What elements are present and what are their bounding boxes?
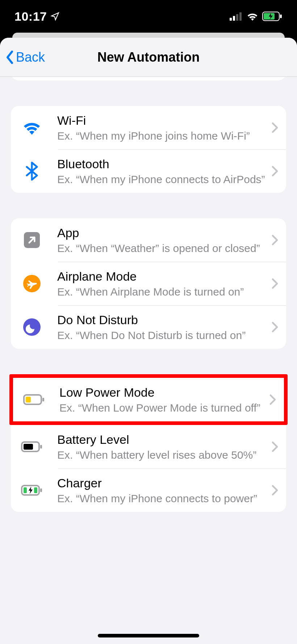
row-title: Bluetooth <box>57 157 267 171</box>
airplane-icon <box>21 273 43 294</box>
svg-rect-1 <box>233 16 235 21</box>
wifi-status-icon <box>246 12 259 21</box>
row-title: Charger <box>57 476 267 490</box>
row-text: Low Power Mode Ex. “When Low Power Mode … <box>59 385 264 414</box>
row-sub: Ex. “When battery level rises above 50%” <box>57 449 267 461</box>
row-text: Airplane Mode Ex. “When Airplane Mode is… <box>57 269 267 298</box>
row-title: Wi-Fi <box>57 113 267 128</box>
row-sub: Ex. “When “Weather” is opened or closed” <box>57 242 267 255</box>
cellular-icon <box>230 12 243 21</box>
svg-point-9 <box>23 318 41 336</box>
chevron-right-icon <box>272 278 278 289</box>
svg-rect-2 <box>236 14 238 21</box>
charger-icon <box>21 479 43 501</box>
row-low-power-mode[interactable]: Low Power Mode Ex. “When Low Power Mode … <box>13 378 284 421</box>
row-airplane[interactable]: Airplane Mode Ex. “When Airplane Mode is… <box>11 262 286 305</box>
wifi-icon <box>21 117 43 139</box>
row-text: Wi-Fi Ex. “When my iPhone joins home Wi-… <box>57 113 267 142</box>
chevron-right-icon <box>269 394 276 405</box>
chevron-left-icon <box>6 50 14 65</box>
status-time: 10:17 <box>14 9 47 24</box>
battery-level-icon <box>21 436 43 458</box>
trigger-group: Low Power Mode Ex. “When Low Power Mode … <box>13 378 284 421</box>
svg-rect-17 <box>24 487 27 493</box>
chevron-right-icon <box>272 166 278 177</box>
battery-icon <box>262 12 283 21</box>
svg-rect-19 <box>40 488 42 492</box>
modal-sheet: Back New Automation Message Ex. “When I … <box>0 38 297 644</box>
row-message[interactable]: Message Ex. “When I get a message from M… <box>11 77 286 80</box>
row-text: App Ex. “When “Weather” is opened or clo… <box>57 226 267 255</box>
svg-rect-0 <box>230 18 232 21</box>
home-indicator[interactable] <box>98 634 199 637</box>
row-text: Charger Ex. “When my iPhone connects to … <box>57 476 267 505</box>
row-charger[interactable]: Charger Ex. “When my iPhone connects to … <box>11 468 286 512</box>
row-dnd[interactable]: Do Not Disturb Ex. “When Do Not Disturb … <box>11 305 286 349</box>
trigger-group: Message Ex. “When I get a message from M… <box>11 77 286 80</box>
trigger-group: Battery Level Ex. “When battery level ri… <box>11 425 286 512</box>
back-button[interactable]: Back <box>6 50 45 65</box>
bluetooth-icon <box>21 160 43 182</box>
app-icon <box>21 229 43 251</box>
trigger-group: App Ex. “When “Weather” is opened or clo… <box>11 218 286 349</box>
row-text: Battery Level Ex. “When battery level ri… <box>57 433 267 461</box>
row-sub: Ex. “When my iPhone connects to AirPods” <box>57 173 267 186</box>
sheet-backdrop <box>12 33 285 38</box>
row-sub: Ex. “When Low Power Mode is turned off” <box>59 402 264 414</box>
row-app[interactable]: App Ex. “When “Weather” is opened or clo… <box>11 218 286 262</box>
low-power-icon <box>23 389 45 410</box>
row-title: Do Not Disturb <box>57 313 267 327</box>
row-text: Bluetooth Ex. “When my iPhone connects t… <box>57 157 267 186</box>
row-sub: Ex. “When my iPhone connects to power” <box>57 492 267 505</box>
highlight-box: Low Power Mode Ex. “When Low Power Mode … <box>9 374 288 425</box>
row-text: Do Not Disturb Ex. “When Do Not Disturb … <box>57 313 267 342</box>
svg-rect-3 <box>239 12 242 21</box>
svg-rect-12 <box>42 398 44 401</box>
row-sub: Ex. “When Do Not Disturb is turned on” <box>57 329 267 342</box>
row-sub: Ex. “When Airplane Mode is turned on” <box>57 286 267 298</box>
row-wifi[interactable]: Wi-Fi Ex. “When my iPhone joins home Wi-… <box>11 106 286 149</box>
row-title: Battery Level <box>57 433 267 447</box>
chevron-right-icon <box>272 485 278 496</box>
svg-rect-6 <box>280 15 282 18</box>
back-label: Back <box>16 50 45 65</box>
row-bluetooth[interactable]: Bluetooth Ex. “When my iPhone connects t… <box>11 149 286 193</box>
svg-rect-15 <box>40 445 42 449</box>
svg-rect-14 <box>24 444 33 450</box>
row-battery-level[interactable]: Battery Level Ex. “When battery level ri… <box>11 425 286 468</box>
svg-rect-18 <box>34 487 37 493</box>
chevron-right-icon <box>272 122 278 133</box>
status-bar: 10:17 <box>0 0 297 33</box>
trigger-group: Wi-Fi Ex. “When my iPhone joins home Wi-… <box>11 106 286 193</box>
nav-header: Back New Automation <box>0 38 297 77</box>
status-left: 10:17 <box>14 9 60 24</box>
scroll-area[interactable]: Message Ex. “When I get a message from M… <box>0 77 297 644</box>
row-sub: Ex. “When my iPhone joins home Wi-Fi” <box>57 130 267 142</box>
chevron-right-icon <box>272 441 278 452</box>
chevron-right-icon <box>272 322 278 333</box>
status-right <box>230 12 283 21</box>
location-icon <box>50 12 60 21</box>
row-title: Low Power Mode <box>59 385 264 400</box>
svg-rect-11 <box>26 397 31 402</box>
moon-icon <box>21 316 43 338</box>
chevron-right-icon <box>272 235 278 245</box>
row-title: Airplane Mode <box>57 269 267 284</box>
row-title: App <box>57 226 267 240</box>
